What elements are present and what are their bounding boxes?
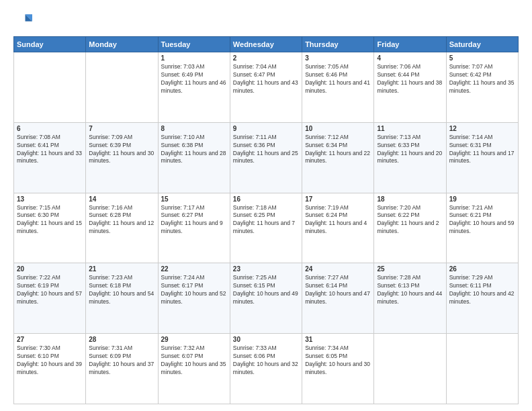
day-number: 23: [233, 265, 299, 273]
calendar-cell: [14, 52, 86, 123]
calendar-cell: 6Sunrise: 7:08 AM Sunset: 6:41 PM Daylig…: [14, 122, 86, 193]
calendar-table: SundayMondayTuesdayWednesdayThursdayFrid…: [13, 36, 519, 404]
day-number: 8: [161, 125, 227, 132]
day-info: Sunrise: 7:34 AM Sunset: 6:05 PM Dayligh…: [305, 345, 371, 377]
calendar-cell: 16Sunrise: 7:18 AM Sunset: 6:25 PM Dayli…: [230, 193, 302, 263]
day-info: Sunrise: 7:33 AM Sunset: 6:06 PM Dayligh…: [233, 345, 299, 377]
logo-icon: [13, 11, 32, 30]
day-number: 30: [233, 336, 299, 343]
calendar-cell: 15Sunrise: 7:17 AM Sunset: 6:27 PM Dayli…: [158, 193, 230, 263]
day-info: Sunrise: 7:04 AM Sunset: 6:47 PM Dayligh…: [233, 63, 299, 95]
day-number: 26: [449, 265, 515, 273]
calendar-cell: 23Sunrise: 7:25 AM Sunset: 6:15 PM Dayli…: [230, 263, 302, 334]
day-info: Sunrise: 7:31 AM Sunset: 6:09 PM Dayligh…: [89, 345, 154, 377]
calendar-cell: 2Sunrise: 7:04 AM Sunset: 6:47 PM Daylig…: [230, 52, 302, 123]
calendar-cell: 28Sunrise: 7:31 AM Sunset: 6:09 PM Dayli…: [86, 334, 158, 404]
day-info: Sunrise: 7:13 AM Sunset: 6:33 PM Dayligh…: [377, 134, 443, 166]
day-info: Sunrise: 7:08 AM Sunset: 6:41 PM Dayligh…: [17, 134, 83, 166]
calendar-cell: [446, 334, 518, 404]
day-info: Sunrise: 7:27 AM Sunset: 6:14 PM Dayligh…: [305, 274, 371, 306]
calendar-cell: 4Sunrise: 7:06 AM Sunset: 6:44 PM Daylig…: [374, 52, 446, 123]
calendar-cell: 19Sunrise: 7:21 AM Sunset: 6:21 PM Dayli…: [446, 193, 518, 263]
day-info: Sunrise: 7:06 AM Sunset: 6:44 PM Dayligh…: [377, 63, 443, 95]
day-info: Sunrise: 7:09 AM Sunset: 6:39 PM Dayligh…: [89, 134, 154, 166]
day-number: 28: [89, 336, 154, 343]
day-number: 13: [17, 195, 83, 203]
day-number: 1: [161, 54, 227, 62]
weekday-header-friday: Friday: [374, 37, 446, 52]
day-number: 27: [17, 336, 83, 343]
calendar-cell: 7Sunrise: 7:09 AM Sunset: 6:39 PM Daylig…: [86, 122, 158, 193]
calendar-cell: 25Sunrise: 7:28 AM Sunset: 6:13 PM Dayli…: [374, 263, 446, 334]
calendar-cell: 20Sunrise: 7:22 AM Sunset: 6:19 PM Dayli…: [14, 263, 86, 334]
weekday-header-sunday: Sunday: [14, 37, 86, 52]
weekday-header-tuesday: Tuesday: [158, 37, 230, 52]
day-info: Sunrise: 7:16 AM Sunset: 6:28 PM Dayligh…: [89, 204, 154, 236]
day-info: Sunrise: 7:24 AM Sunset: 6:17 PM Dayligh…: [161, 274, 227, 306]
day-number: 11: [377, 125, 443, 132]
calendar-cell: 29Sunrise: 7:32 AM Sunset: 6:07 PM Dayli…: [158, 334, 230, 404]
day-info: Sunrise: 7:05 AM Sunset: 6:46 PM Dayligh…: [305, 63, 371, 95]
calendar-week-4: 20Sunrise: 7:22 AM Sunset: 6:19 PM Dayli…: [14, 263, 519, 334]
day-info: Sunrise: 7:14 AM Sunset: 6:31 PM Dayligh…: [449, 134, 515, 166]
logo: [13, 11, 35, 30]
calendar-cell: 14Sunrise: 7:16 AM Sunset: 6:28 PM Dayli…: [86, 193, 158, 263]
calendar-cell: 1Sunrise: 7:03 AM Sunset: 6:49 PM Daylig…: [158, 52, 230, 123]
day-number: 31: [305, 336, 371, 343]
calendar-cell: [374, 334, 446, 404]
calendar-cell: 12Sunrise: 7:14 AM Sunset: 6:31 PM Dayli…: [446, 122, 518, 193]
calendar-cell: 22Sunrise: 7:24 AM Sunset: 6:17 PM Dayli…: [158, 263, 230, 334]
calendar-header-row: SundayMondayTuesdayWednesdayThursdayFrid…: [14, 37, 519, 52]
day-number: 7: [89, 125, 154, 132]
day-info: Sunrise: 7:20 AM Sunset: 6:22 PM Dayligh…: [377, 204, 443, 236]
day-number: 9: [233, 125, 299, 132]
calendar-cell: 21Sunrise: 7:23 AM Sunset: 6:18 PM Dayli…: [86, 263, 158, 334]
day-info: Sunrise: 7:17 AM Sunset: 6:27 PM Dayligh…: [161, 204, 227, 236]
day-info: Sunrise: 7:22 AM Sunset: 6:19 PM Dayligh…: [17, 274, 83, 306]
day-info: Sunrise: 7:32 AM Sunset: 6:07 PM Dayligh…: [161, 345, 227, 377]
day-info: Sunrise: 7:11 AM Sunset: 6:36 PM Dayligh…: [233, 134, 299, 166]
day-info: Sunrise: 7:30 AM Sunset: 6:10 PM Dayligh…: [17, 345, 83, 377]
day-number: 21: [89, 265, 154, 273]
calendar-week-5: 27Sunrise: 7:30 AM Sunset: 6:10 PM Dayli…: [14, 334, 519, 404]
day-info: Sunrise: 7:21 AM Sunset: 6:21 PM Dayligh…: [449, 204, 515, 236]
day-info: Sunrise: 7:29 AM Sunset: 6:11 PM Dayligh…: [449, 274, 515, 306]
day-number: 4: [377, 54, 443, 62]
day-number: 22: [161, 265, 227, 273]
day-number: 19: [449, 195, 515, 203]
day-info: Sunrise: 7:07 AM Sunset: 6:42 PM Dayligh…: [449, 63, 515, 95]
calendar-cell: 18Sunrise: 7:20 AM Sunset: 6:22 PM Dayli…: [374, 193, 446, 263]
calendar-cell: 27Sunrise: 7:30 AM Sunset: 6:10 PM Dayli…: [14, 334, 86, 404]
weekday-header-saturday: Saturday: [446, 37, 518, 52]
day-number: 12: [449, 125, 515, 132]
calendar-cell: 13Sunrise: 7:15 AM Sunset: 6:30 PM Dayli…: [14, 193, 86, 263]
page: SundayMondayTuesdayWednesdayThursdayFrid…: [0, 0, 532, 411]
day-number: 6: [17, 125, 83, 132]
calendar-cell: 17Sunrise: 7:19 AM Sunset: 6:24 PM Dayli…: [302, 193, 374, 263]
day-info: Sunrise: 7:23 AM Sunset: 6:18 PM Dayligh…: [89, 274, 154, 306]
day-number: 18: [377, 195, 443, 203]
calendar-cell: 24Sunrise: 7:27 AM Sunset: 6:14 PM Dayli…: [302, 263, 374, 334]
calendar-cell: 8Sunrise: 7:10 AM Sunset: 6:38 PM Daylig…: [158, 122, 230, 193]
calendar-week-2: 6Sunrise: 7:08 AM Sunset: 6:41 PM Daylig…: [14, 122, 519, 193]
day-number: 15: [161, 195, 227, 203]
day-number: 29: [161, 336, 227, 343]
calendar-cell: 9Sunrise: 7:11 AM Sunset: 6:36 PM Daylig…: [230, 122, 302, 193]
day-info: Sunrise: 7:10 AM Sunset: 6:38 PM Dayligh…: [161, 134, 227, 166]
calendar-cell: 30Sunrise: 7:33 AM Sunset: 6:06 PM Dayli…: [230, 334, 302, 404]
calendar-cell: 5Sunrise: 7:07 AM Sunset: 6:42 PM Daylig…: [446, 52, 518, 123]
day-number: 10: [305, 125, 371, 132]
weekday-header-monday: Monday: [86, 37, 158, 52]
day-number: 3: [305, 54, 371, 62]
day-number: 2: [233, 54, 299, 62]
day-info: Sunrise: 7:03 AM Sunset: 6:49 PM Dayligh…: [161, 63, 227, 95]
calendar-cell: [86, 52, 158, 123]
day-info: Sunrise: 7:18 AM Sunset: 6:25 PM Dayligh…: [233, 204, 299, 236]
calendar-cell: 10Sunrise: 7:12 AM Sunset: 6:34 PM Dayli…: [302, 122, 374, 193]
day-number: 16: [233, 195, 299, 203]
weekday-header-thursday: Thursday: [302, 37, 374, 52]
calendar-cell: 3Sunrise: 7:05 AM Sunset: 6:46 PM Daylig…: [302, 52, 374, 123]
calendar-cell: 31Sunrise: 7:34 AM Sunset: 6:05 PM Dayli…: [302, 334, 374, 404]
day-number: 5: [449, 54, 515, 62]
day-number: 24: [305, 265, 371, 273]
